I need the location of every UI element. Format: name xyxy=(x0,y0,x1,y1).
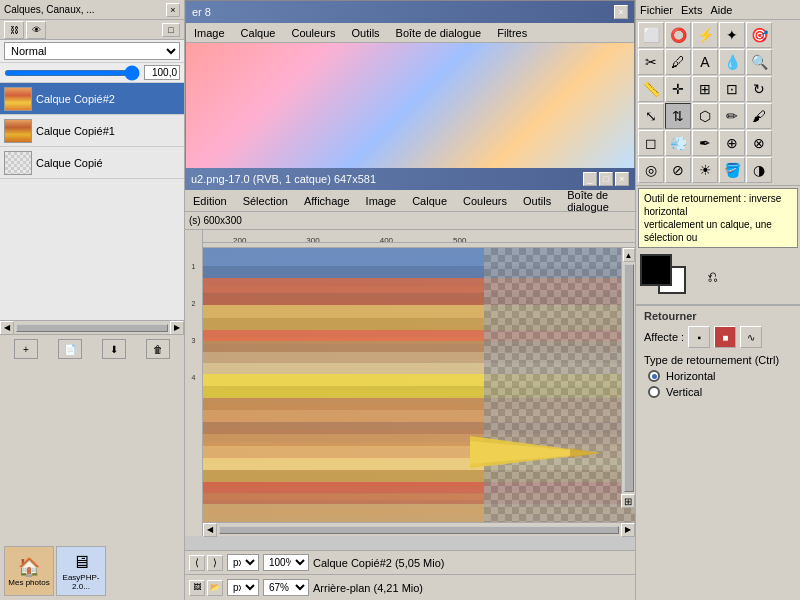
path-tool-btn[interactable]: 🖊 xyxy=(665,49,691,75)
eraser-tool-btn[interactable]: ◻ xyxy=(638,130,664,156)
foreground-color[interactable] xyxy=(640,254,672,286)
menu-aide[interactable]: Aide xyxy=(710,4,732,16)
zoom-select-2[interactable]: 67% xyxy=(263,579,309,596)
scissors-tool-btn[interactable]: ✂ xyxy=(638,49,664,75)
layers-chain-btn[interactable]: ⛓ xyxy=(4,21,24,39)
affect-layer-btn[interactable]: ▪ xyxy=(688,326,710,348)
menu-boite[interactable]: Boîte de dialogue xyxy=(392,26,486,40)
menu-calque[interactable]: Calque xyxy=(237,26,280,40)
opacity-slider[interactable] xyxy=(4,70,140,76)
menu-image[interactable]: Image xyxy=(190,26,229,40)
taskbar-thumb-photos[interactable]: 🏠 Mes photos xyxy=(4,546,54,596)
measure-tool-btn[interactable]: 📏 xyxy=(638,76,664,102)
align-tool-btn[interactable]: ⊞ xyxy=(692,76,718,102)
flip-tool-btn[interactable]: ⇅ xyxy=(665,103,691,129)
scroll-right-btn[interactable]: ▶ xyxy=(170,321,184,335)
bucket-fill-tool-btn[interactable]: 🪣 xyxy=(719,157,745,183)
reset-colors-icon[interactable]: ⎌ xyxy=(708,268,718,286)
menu-filtres[interactable]: Filtres xyxy=(493,26,531,40)
blur-tool-btn[interactable]: ◎ xyxy=(638,157,664,183)
toolbox-menubar: Fichier Exts Aide xyxy=(636,0,800,20)
scroll-up-btn[interactable]: ▲ xyxy=(623,248,635,262)
move-layer-down-btn[interactable]: ⬇ xyxy=(102,339,126,359)
status-btn1[interactable]: ⟨ xyxy=(189,555,205,571)
heal-tool-btn[interactable]: ⊗ xyxy=(746,130,772,156)
blend-tool-btn[interactable]: ◑ xyxy=(746,157,772,183)
menu-selection[interactable]: Sélection xyxy=(239,194,292,208)
menu-outils2[interactable]: Outils xyxy=(519,194,555,208)
perspective-tool-btn[interactable]: ⬡ xyxy=(692,103,718,129)
canvas-close-btn[interactable]: × xyxy=(615,172,629,186)
top-window-close[interactable]: × xyxy=(614,5,628,19)
rotate-tool-btn[interactable]: ↻ xyxy=(746,76,772,102)
menu-calque2[interactable]: Calque xyxy=(408,194,451,208)
status-btn3[interactable]: 🖼 xyxy=(189,580,205,596)
scale-tool-btn[interactable]: ⤡ xyxy=(638,103,664,129)
status-btn4[interactable]: 📂 xyxy=(207,580,223,596)
color-select-tool-btn[interactable]: 🎯 xyxy=(746,22,772,48)
clone-tool-btn[interactable]: ⊕ xyxy=(719,130,745,156)
ruler-mark-v3: 3 xyxy=(192,337,196,344)
horizontal-radio-item[interactable]: Horizontal xyxy=(648,370,792,382)
opacity-row xyxy=(0,63,184,83)
affect-path-btn[interactable]: ∿ xyxy=(740,326,762,348)
vertical-radio-item[interactable]: Vertical xyxy=(648,386,792,398)
paintbrush-tool-btn[interactable]: 🖌 xyxy=(746,103,772,129)
canvas-maximize-btn[interactable]: □ xyxy=(599,172,613,186)
delete-layer-btn[interactable]: 🗑 xyxy=(146,339,170,359)
ellipse-select-tool-btn[interactable]: ⭕ xyxy=(665,22,691,48)
zoom-select-1[interactable]: 100% xyxy=(263,554,309,571)
move-tool-btn[interactable]: ✛ xyxy=(665,76,691,102)
text-tool-btn[interactable]: A xyxy=(692,49,718,75)
pencil-tool-btn[interactable]: ✏ xyxy=(719,103,745,129)
crop-tool-btn[interactable]: ⊡ xyxy=(719,76,745,102)
smudge-tool-btn[interactable]: ⊘ xyxy=(665,157,691,183)
list-item[interactable]: Calque Copié xyxy=(0,147,184,179)
scroll-h-thumb[interactable] xyxy=(219,526,619,534)
scroll-thumb[interactable] xyxy=(16,324,168,332)
horizontal-radio-dot[interactable] xyxy=(648,370,660,382)
fuzzy-select-tool-btn[interactable]: ✦ xyxy=(719,22,745,48)
menu-couleurs2[interactable]: Couleurs xyxy=(459,194,511,208)
resize-corner-btn[interactable]: ⊞ xyxy=(621,494,635,508)
dodge-burn-tool-btn[interactable]: ☀ xyxy=(692,157,718,183)
airbrush-tool-btn[interactable]: 💨 xyxy=(665,130,691,156)
opacity-input[interactable] xyxy=(144,65,180,80)
layer-mode-select[interactable]: Normal xyxy=(4,42,180,60)
menu-exts[interactable]: Exts xyxy=(681,4,702,16)
taskbar-thumb-easyphp[interactable]: 🖥 EasyPHP-2.0... xyxy=(56,546,106,596)
menu-affichage[interactable]: Affichage xyxy=(300,194,354,208)
vertical-scrollbar: ▲ ▼ xyxy=(621,248,635,508)
menu-image2[interactable]: Image xyxy=(362,194,401,208)
menu-boite2[interactable]: Boîte de dialogue xyxy=(563,188,631,214)
scroll-v-thumb[interactable] xyxy=(624,264,634,492)
color-picker-tool-btn[interactable]: 💧 xyxy=(719,49,745,75)
free-select-tool-btn[interactable]: ⚡ xyxy=(692,22,718,48)
unit-select-1[interactable]: px xyxy=(227,554,259,571)
list-item[interactable]: Calque Copié#1 xyxy=(0,115,184,147)
vertical-radio-dot[interactable] xyxy=(648,386,660,398)
affect-selection-btn[interactable]: ■ xyxy=(714,326,736,348)
top-window-menubar: Image Calque Couleurs Outils Boîte de di… xyxy=(186,23,634,43)
zoom-tool-btn[interactable]: 🔍 xyxy=(746,49,772,75)
status-left-controls2: 🖼 📂 xyxy=(189,580,223,596)
ink-tool-btn[interactable]: ✒ xyxy=(692,130,718,156)
scroll-h-left-btn[interactable]: ◀ xyxy=(203,523,217,537)
new-layer-btn[interactable]: + xyxy=(14,339,38,359)
menu-couleurs[interactable]: Couleurs xyxy=(287,26,339,40)
menu-fichier[interactable]: Fichier xyxy=(640,4,673,16)
status-btn2[interactable]: ⟩ xyxy=(207,555,223,571)
rect-select-tool-btn[interactable]: ⬜ xyxy=(638,22,664,48)
list-item[interactable]: Calque Copié#2 xyxy=(0,83,184,115)
layers-eye-btn[interactable]: 👁 xyxy=(26,21,46,39)
unit-select-2[interactable]: px xyxy=(227,579,259,596)
menu-outils[interactable]: Outils xyxy=(347,26,383,40)
duplicate-layer-btn[interactable]: 📄 xyxy=(58,339,82,359)
menu-edition[interactable]: Edition xyxy=(189,194,231,208)
scroll-h-right-btn[interactable]: ▶ xyxy=(621,523,635,537)
scroll-left-btn[interactable]: ◀ xyxy=(0,321,14,335)
canvas-minimize-btn[interactable]: _ xyxy=(583,172,597,186)
layers-panel-close[interactable]: × xyxy=(166,3,180,17)
canvas-title: u2.png-17.0 (RVB, 1 catque) 647x581 xyxy=(191,173,376,185)
layers-panel-btn[interactable]: □ xyxy=(162,23,180,37)
